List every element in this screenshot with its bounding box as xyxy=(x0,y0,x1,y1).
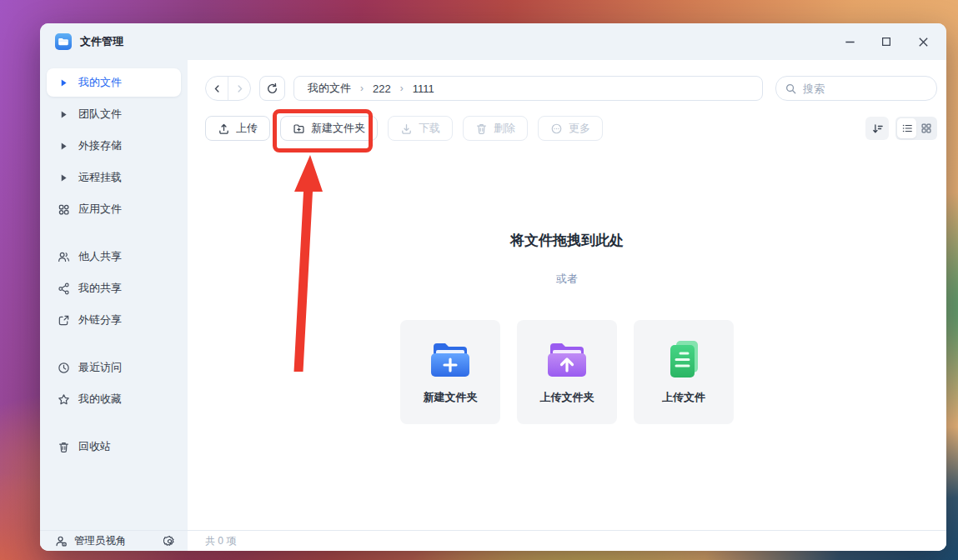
quick-action-cards: 新建文件夹 xyxy=(400,320,734,424)
caret-right-icon xyxy=(57,171,70,184)
new-folder-card[interactable]: 新建文件夹 xyxy=(400,320,500,424)
folder-plus-icon xyxy=(429,340,472,378)
actions-toolbar: 上传 新建文件夹 xyxy=(205,116,937,141)
clock-icon xyxy=(57,361,70,374)
new-folder-button[interactable]: 新建文件夹 xyxy=(280,116,378,141)
caret-right-icon xyxy=(57,139,70,152)
close-icon[interactable] xyxy=(916,35,930,48)
sidebar-item-external-storage[interactable]: 外接存储 xyxy=(47,132,181,160)
back-button[interactable] xyxy=(206,77,228,100)
sidebar-item-shared-by-others[interactable]: 他人共享 xyxy=(47,242,181,271)
file-upload-icon xyxy=(662,340,705,378)
breadcrumb-item[interactable]: 1111 xyxy=(413,82,434,95)
search-input[interactable] xyxy=(803,82,928,95)
sidebar-item-remote-mount[interactable]: 远程挂载 xyxy=(47,163,181,192)
upload-file-card[interactable]: 上传文件 xyxy=(634,320,734,424)
search-box xyxy=(775,76,937,101)
refresh-button[interactable] xyxy=(259,76,285,101)
upload-button[interactable]: 上传 xyxy=(205,116,270,141)
sidebar-item-team-files[interactable]: 团队文件 xyxy=(47,100,181,128)
download-icon xyxy=(400,122,413,135)
external-share-icon xyxy=(57,313,70,327)
star-icon xyxy=(57,392,70,406)
window-title: 文件管理 xyxy=(80,34,123,49)
sidebar-item-my-files[interactable]: 我的文件 xyxy=(47,68,181,97)
delete-icon xyxy=(475,122,488,135)
main-panel: 我的文件 › 222 › 1111 xyxy=(188,60,946,551)
breadcrumb-separator: › xyxy=(400,82,404,94)
forward-button[interactable] xyxy=(228,77,250,100)
breadcrumb-separator: › xyxy=(360,82,364,94)
minimize-icon[interactable] xyxy=(843,35,856,48)
drop-hint-text: 将文件拖拽到此处 xyxy=(510,231,624,250)
delete-button[interactable]: 删除 xyxy=(463,116,528,141)
file-manager-window: 文件管理 我的文件 团队文件 xyxy=(40,23,946,551)
app-folder-icon xyxy=(55,33,72,50)
sidebar-item-external-link-share[interactable]: 外链分享 xyxy=(47,306,181,334)
navigation-toolbar: 我的文件 › 222 › 1111 xyxy=(205,76,937,101)
upload-folder-card[interactable]: 上传文件夹 xyxy=(517,320,617,424)
sidebar-item-my-shares[interactable]: 我的共享 xyxy=(47,274,181,302)
card-label: 上传文件夹 xyxy=(540,390,594,405)
sidebar: 我的文件 团队文件 外接存储 远程挂载 xyxy=(40,60,188,551)
shared-users-icon xyxy=(57,250,70,263)
breadcrumb: 我的文件 › 222 › 1111 xyxy=(293,76,763,101)
sidebar-item-app-files[interactable]: 应用文件 xyxy=(47,195,181,223)
sort-descending-icon[interactable] xyxy=(865,117,889,140)
admin-user-icon xyxy=(55,535,68,548)
window-controls xyxy=(843,35,933,48)
upload-icon xyxy=(218,122,230,135)
maximize-icon[interactable] xyxy=(880,35,893,48)
item-count: 共 0 项 xyxy=(205,534,236,548)
caret-right-icon xyxy=(57,108,70,121)
sidebar-footer: 管理员视角 xyxy=(40,530,188,551)
card-label: 上传文件 xyxy=(662,390,705,405)
more-button[interactable]: 更多 xyxy=(538,116,603,141)
list-view-icon[interactable] xyxy=(897,118,916,138)
grid-view-icon[interactable] xyxy=(916,118,935,138)
or-text: 或者 xyxy=(556,272,578,287)
view-tools xyxy=(865,117,937,140)
view-toggle xyxy=(895,117,937,140)
admin-view-label[interactable]: 管理员视角 xyxy=(74,534,127,548)
sidebar-item-recent[interactable]: 最近访问 xyxy=(47,353,181,382)
apps-icon xyxy=(57,202,70,216)
caret-right-icon xyxy=(57,76,70,89)
gear-icon[interactable] xyxy=(163,535,176,548)
history-nav xyxy=(205,76,251,101)
sidebar-item-favorites[interactable]: 我的收藏 xyxy=(47,385,181,413)
titlebar: 文件管理 xyxy=(40,23,946,60)
status-bar: 共 0 项 xyxy=(188,530,946,551)
share-nodes-icon xyxy=(57,282,70,295)
new-folder-icon xyxy=(293,122,305,135)
sidebar-item-recycle-bin[interactable]: 回收站 xyxy=(47,432,181,461)
folder-upload-icon xyxy=(545,340,589,378)
download-button[interactable]: 下载 xyxy=(388,116,453,141)
more-circle-icon xyxy=(550,122,563,135)
breadcrumb-item[interactable]: 222 xyxy=(373,82,391,95)
empty-drop-zone: 将文件拖拽到此处 或者 xyxy=(188,141,946,530)
trash-icon xyxy=(57,440,70,453)
search-icon xyxy=(785,82,797,95)
card-label: 新建文件夹 xyxy=(424,390,478,405)
breadcrumb-item[interactable]: 我的文件 xyxy=(308,81,351,96)
